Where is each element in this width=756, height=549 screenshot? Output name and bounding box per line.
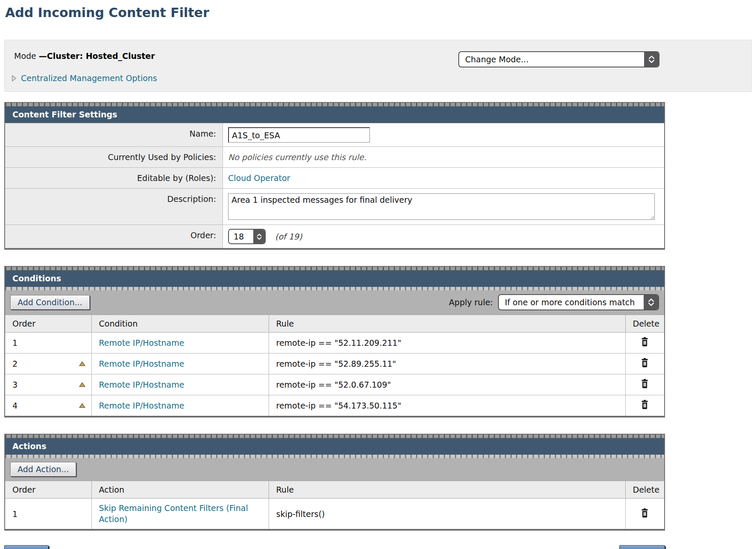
editable-roles-link[interactable]: Cloud Operator — [228, 173, 290, 183]
actions-table: Order Action Rule Delete 1 Skip Remainin… — [5, 481, 664, 529]
footer-buttons: Cancel Submit — [4, 545, 665, 549]
order-total-text: (of 19) — [275, 232, 302, 241]
settings-row-policies: Currently Used by Policies: No policies … — [5, 146, 664, 167]
col-action: Action — [91, 481, 269, 499]
expand-triangle-icon[interactable] — [12, 75, 17, 82]
conditions-toolbar: Add Condition... Apply rule: If one or m… — [5, 290, 664, 315]
actions-divider-texture — [5, 455, 664, 458]
submit-button[interactable]: Submit — [619, 545, 665, 549]
add-action-button[interactable]: Add Action... — [10, 462, 76, 476]
actions-header: Actions — [5, 438, 664, 455]
select-spinner-icon — [644, 295, 658, 310]
change-mode-selected-value: Change Mode... — [459, 52, 644, 67]
conditions-section: Conditions Add Condition... Apply rule: … — [4, 266, 665, 418]
condition-link[interactable]: Remote IP/Hostname — [99, 380, 185, 389]
action-rule: skip-filters() — [276, 509, 325, 519]
condition-row: 1 Remote IP/Hostname remote-ip == "52.11… — [5, 333, 664, 353]
actions-toolbar: Add Action... — [5, 458, 664, 481]
centralized-management-row: Centralized Management Options — [12, 73, 751, 83]
actions-header-row: Order Action Rule Delete — [5, 481, 664, 499]
condition-rule: remote-ip == "52.11.209.211" — [276, 338, 401, 348]
condition-order: 3 — [12, 380, 18, 389]
condition-link[interactable]: Remote IP/Hostname — [99, 338, 185, 348]
delete-trash-icon[interactable] — [640, 400, 650, 410]
name-label: Name: — [5, 123, 223, 146]
col-order: Order — [5, 481, 91, 499]
conditions-header-row: Order Condition Rule Delete — [5, 315, 664, 333]
apply-rule-select[interactable]: If one or more conditions match — [498, 294, 659, 310]
condition-row: 2 Remote IP/Hostname remote-ip == "52.89… — [5, 353, 664, 374]
policies-value: No policies currently use this rule. — [228, 152, 366, 162]
action-row: 1 Skip Remaining Content Filters (Final … — [5, 499, 664, 529]
condition-rule: remote-ip == "52.89.255.11" — [276, 359, 396, 368]
conditions-table: Order Condition Rule Delete 1 Remote IP/… — [5, 315, 664, 416]
mode-value: —Cluster: Hosted_Cluster — [39, 51, 155, 61]
settings-row-order: Order: 18 (of 19) — [5, 225, 664, 248]
cancel-button[interactable]: Cancel — [4, 545, 49, 549]
actions-section: Actions Add Action... Order Action Rule … — [4, 434, 665, 531]
condition-order: 2 — [12, 359, 18, 368]
page-title: Add Incoming Content Filter — [5, 5, 756, 20]
page: Add Incoming Content Filter Mode —Cluste… — [0, 5, 756, 549]
condition-link[interactable]: Remote IP/Hostname — [99, 401, 185, 410]
policies-label: Currently Used by Policies: — [5, 147, 223, 167]
condition-link[interactable]: Remote IP/Hostname — [99, 359, 185, 368]
move-up-icon[interactable] — [79, 403, 85, 408]
condition-rule: remote-ip == "52.0.67.109" — [276, 380, 391, 389]
select-spinner-icon — [253, 230, 265, 243]
apply-rule-selected-value: If one or more conditions match — [499, 295, 644, 310]
conditions-header: Conditions — [5, 270, 664, 287]
mode-panel: Mode —Cluster: Hosted_Cluster Change Mod… — [4, 40, 752, 92]
centralized-management-link[interactable]: Centralized Management Options — [21, 73, 157, 83]
add-condition-button[interactable]: Add Condition... — [10, 295, 90, 310]
col-delete: Delete — [625, 315, 664, 333]
condition-order: 1 — [12, 338, 18, 348]
apply-rule-label: Apply rule: — [449, 298, 493, 307]
actions-top-texture — [5, 435, 664, 438]
name-field[interactable] — [228, 127, 370, 143]
col-condition: Condition — [91, 315, 269, 333]
description-label: Description: — [5, 189, 223, 225]
col-delete: Delete — [625, 481, 664, 499]
settings-header: Content Filter Settings — [5, 106, 664, 123]
settings-row-description: Description: Area 1 inspected messages f… — [5, 188, 664, 225]
settings-row-name: Name: — [5, 123, 664, 146]
move-up-icon[interactable] — [79, 361, 85, 366]
change-mode-select[interactable]: Change Mode... — [458, 51, 659, 67]
condition-row: 4 Remote IP/Hostname remote-ip == "54.17… — [5, 395, 664, 416]
col-rule: Rule — [269, 481, 625, 499]
order-select[interactable]: 18 — [228, 229, 266, 244]
mode-label: Mode — [14, 51, 39, 61]
delete-trash-icon[interactable] — [640, 379, 650, 389]
condition-rule: remote-ip == "54.173.50.115" — [276, 401, 401, 410]
move-up-icon[interactable] — [79, 382, 85, 387]
settings-section: Content Filter Settings Name: Currently … — [4, 102, 665, 250]
condition-row: 3 Remote IP/Hostname remote-ip == "52.0.… — [5, 374, 664, 395]
condition-order: 4 — [12, 401, 18, 410]
order-label: Order: — [5, 225, 223, 248]
delete-trash-icon[interactable] — [640, 508, 650, 518]
col-rule: Rule — [269, 315, 625, 333]
description-textarea[interactable]: Area 1 inspected messages for final deli… — [228, 193, 655, 220]
order-selected-value: 18 — [229, 230, 253, 243]
conditions-top-texture — [5, 267, 664, 270]
settings-top-texture — [5, 103, 664, 106]
col-order: Order — [5, 315, 91, 333]
conditions-divider-texture — [5, 287, 664, 290]
delete-trash-icon[interactable] — [640, 337, 650, 347]
action-order: 1 — [12, 509, 18, 519]
settings-row-editable: Editable by (Roles): Cloud Operator — [5, 167, 664, 188]
delete-trash-icon[interactable] — [640, 358, 650, 368]
select-spinner-icon — [644, 52, 659, 67]
editable-label: Editable by (Roles): — [5, 168, 223, 188]
action-link[interactable]: Skip Remaining Content Filters (Final Ac… — [99, 503, 261, 525]
